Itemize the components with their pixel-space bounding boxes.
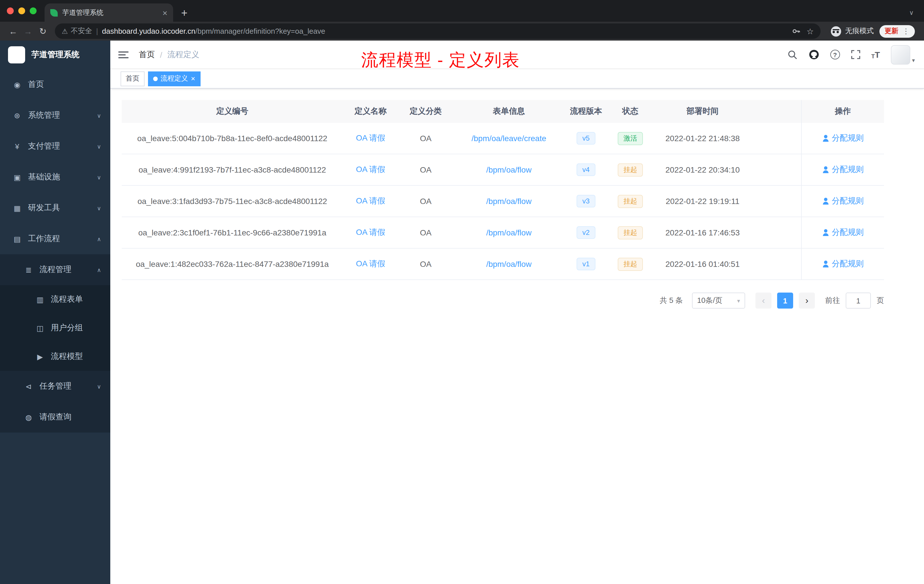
update-button[interactable]: 更新 ⋮ <box>879 25 915 38</box>
version-cell: v1 <box>564 249 607 279</box>
sidebar-item-label: 工作流程 <box>28 234 60 244</box>
form-link[interactable]: /bpm/oa/flow <box>486 196 532 206</box>
assign-rule-label: 分配规则 <box>832 165 864 175</box>
definition-name-link[interactable]: OA 请假 <box>356 165 385 175</box>
status-tag: 挂起 <box>618 195 643 208</box>
assign-rule-link[interactable]: 分配规则 <box>822 196 864 206</box>
browser-window: 芋道管理系统 × + ∨ ← → ↻ ⚠ 不安全 | dashboard.yud… <box>0 0 924 584</box>
sidebar-item-leave-query[interactable]: ◍请假查询 <box>0 402 110 432</box>
address-bar[interactable]: ⚠ 不安全 | dashboard.yudao.iocoder.cn/bpm/m… <box>55 23 820 39</box>
help-icon[interactable]: ? <box>830 50 840 59</box>
minimize-window-button[interactable] <box>18 7 25 14</box>
new-tab-button[interactable]: + <box>181 7 187 18</box>
table-header: 定义编号定义名称定义分类表单信息流程版本状态部署时间操作 <box>122 100 884 123</box>
table-row: oa_leave:4:991f2193-7b7f-11ec-a3c8-acde4… <box>122 154 884 186</box>
logo-avatar <box>8 46 25 63</box>
tag-home[interactable]: 首页 <box>120 71 145 86</box>
table-row: oa_leave:5:004b710b-7b8a-11ec-8ef0-acde4… <box>122 123 884 154</box>
sidebar-item-infrastructure[interactable]: ▣基础设施∨ <box>0 162 110 193</box>
action-cell: 分配规则 <box>801 123 884 154</box>
browser-tab[interactable]: 芋道管理系统 × <box>45 3 173 22</box>
filler-cell <box>752 123 801 154</box>
sidebar-item-label: 系统管理 <box>28 110 60 120</box>
incognito-badge: 无痕模式 <box>831 26 874 36</box>
version-cell: v5 <box>564 123 607 154</box>
chevron-down-icon: ∨ <box>97 174 101 180</box>
sidebar-item-system-management[interactable]: ⊛系统管理∨ <box>0 100 110 131</box>
sidebar-item-task-management[interactable]: ⊲任务管理∨ <box>0 371 110 402</box>
status-cell: 激活 <box>607 123 653 154</box>
warning-icon: ⚠ <box>62 27 68 35</box>
page-number-button[interactable]: 1 <box>777 292 793 308</box>
breadcrumb-current: 流程定义 <box>167 49 200 60</box>
assign-rule-link[interactable]: 分配规则 <box>822 228 864 238</box>
goto-label: 前往 <box>825 295 840 306</box>
tag-label: 首页 <box>126 74 139 83</box>
tab-search-chevron-icon[interactable]: ∨ <box>909 10 914 16</box>
version-cell: v4 <box>564 154 607 185</box>
form-info-cell: /bpm/oa/flow <box>453 186 564 216</box>
chevron-down-icon: ∨ <box>97 143 101 149</box>
prev-page-button[interactable]: ‹ <box>756 292 771 308</box>
action-cell: 分配规则 <box>801 217 884 248</box>
assign-rule-link[interactable]: 分配规则 <box>822 165 864 175</box>
tab-close-icon[interactable]: × <box>162 8 167 17</box>
action-cell: 分配规则 <box>801 249 884 279</box>
sidebar-item-payment-management[interactable]: ¥支付管理∨ <box>0 131 110 162</box>
definition-category-cell: OA <box>398 186 453 216</box>
definition-name-link[interactable]: OA 请假 <box>356 228 385 238</box>
definition-id-cell: oa_leave:2:3c1f0ef1-76b1-11ec-9c66-a2380… <box>122 217 343 248</box>
zoom-window-button[interactable] <box>30 7 36 14</box>
page-size-select[interactable]: 10条/页 ▾ <box>692 292 745 308</box>
avatar[interactable] <box>891 45 910 64</box>
chevron-down-icon: ∨ <box>97 383 101 389</box>
breadcrumb-home[interactable]: 首页 <box>139 49 155 60</box>
github-icon[interactable] <box>808 49 819 60</box>
sidebar-item-label: 支付管理 <box>28 141 60 152</box>
form-info-cell: /bpm/oa/flow <box>453 249 564 279</box>
tab-favicon-icon <box>50 9 58 16</box>
tag-process-definition[interactable]: 流程定义 × <box>148 71 200 86</box>
sidebar-item-workflow[interactable]: ▤工作流程∧ <box>0 223 110 254</box>
forward-button[interactable]: → <box>21 27 35 35</box>
chevron-down-icon: ∨ <box>97 112 101 119</box>
security-label[interactable]: 不安全 <box>71 26 92 36</box>
bookmark-star-icon[interactable]: ☆ <box>807 26 814 36</box>
reload-button[interactable]: ↻ <box>35 27 50 35</box>
tab-title: 芋道管理系统 <box>62 8 162 17</box>
sidebar-item-process-form[interactable]: ▥流程表单 <box>0 285 110 314</box>
definition-name-link[interactable]: OA 请假 <box>356 196 385 206</box>
sidebar-item-dev-tools[interactable]: ▦研发工具∨ <box>0 193 110 223</box>
font-size-icon[interactable]: TT <box>871 50 880 59</box>
column-header-status: 状态 <box>607 100 653 123</box>
form-link[interactable]: /bpm/oa/flow <box>486 228 532 237</box>
definition-name-link[interactable]: OA 请假 <box>356 259 385 269</box>
assign-rule-link[interactable]: 分配规则 <box>822 259 864 269</box>
tag-close-icon[interactable]: × <box>191 75 195 82</box>
action-cell: 分配规则 <box>801 186 884 216</box>
sidebar-item-user-group[interactable]: ◫用户分组 <box>0 314 110 342</box>
definition-name-link[interactable]: OA 请假 <box>356 133 385 144</box>
definition-id-cell: oa_leave:5:004b710b-7b8a-11ec-8ef0-acde4… <box>122 123 343 154</box>
sidebar-item-process-model[interactable]: ▶流程模型 <box>0 342 110 371</box>
close-window-button[interactable] <box>7 7 14 14</box>
sidebar-item-process-management[interactable]: ≣流程管理∧ <box>0 254 110 285</box>
form-link[interactable]: /bpm/oa/leave/create <box>472 134 546 143</box>
sidebar-logo[interactable]: 芋道管理系统 <box>0 41 110 69</box>
key-icon[interactable] <box>792 27 801 35</box>
browser-toolbar: ← → ↻ ⚠ 不安全 | dashboard.yudao.iocoder.cn… <box>0 22 924 41</box>
assign-rule-link[interactable]: 分配规则 <box>822 133 864 144</box>
hamburger-icon[interactable] <box>118 51 129 58</box>
form-link[interactable]: /bpm/oa/flow <box>486 259 532 269</box>
sidebar-item-home[interactable]: ◉首页 <box>0 69 110 100</box>
user-menu[interactable]: ▾ <box>891 45 915 64</box>
fullscreen-icon[interactable] <box>851 50 860 59</box>
back-button[interactable]: ← <box>6 27 21 35</box>
flag-icon: ⊲ <box>24 382 33 391</box>
next-page-button[interactable]: › <box>799 292 815 308</box>
document-icon: ▥ <box>35 295 45 304</box>
form-link[interactable]: /bpm/oa/flow <box>486 165 532 174</box>
browser-menu-icon[interactable]: ⋮ <box>902 27 910 35</box>
goto-page-input[interactable] <box>846 292 871 308</box>
search-icon[interactable] <box>787 49 797 60</box>
